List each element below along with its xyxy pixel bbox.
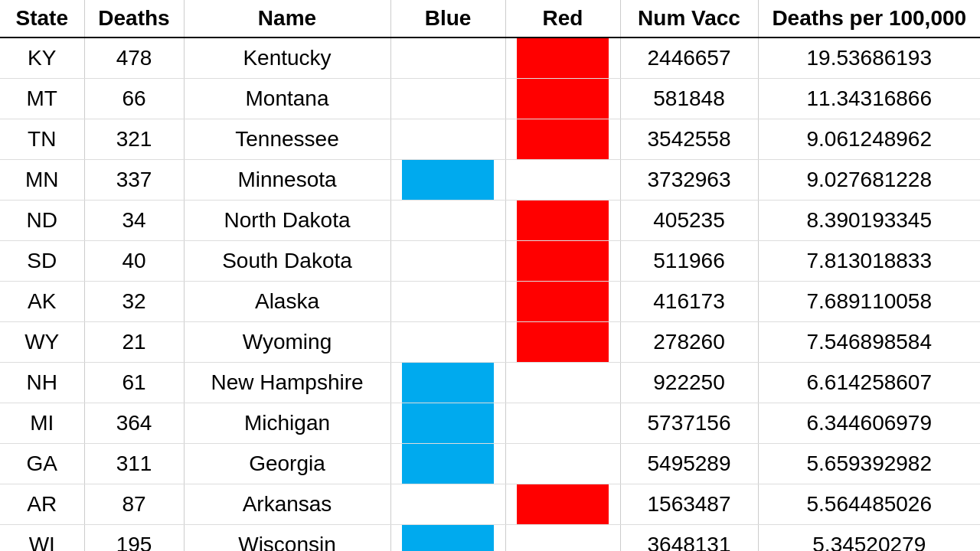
cell-state: WI [0, 525, 84, 552]
cell-numvacc: 416173 [620, 282, 758, 322]
cell-state: MN [0, 160, 84, 201]
cell-state: KY [0, 37, 84, 79]
cell-numvacc: 1563487 [620, 484, 758, 525]
cell-blue-bar [390, 79, 505, 119]
table-row: AR87Arkansas15634875.564485026 [0, 484, 980, 525]
cell-numvacc: 3732963 [620, 160, 758, 201]
cell-red-bar [505, 79, 620, 119]
cell-state: NH [0, 363, 84, 403]
cell-name: Wisconsin [184, 525, 390, 552]
cell-red-bar [505, 322, 620, 363]
cell-blue-bar [390, 201, 505, 241]
cell-red-bar [505, 403, 620, 444]
cell-numvacc: 278260 [620, 322, 758, 363]
header-name: Name [184, 0, 390, 37]
cell-name: Montana [184, 79, 390, 119]
table-row: MN337Minnesota37329639.027681228 [0, 160, 980, 201]
cell-deathsper: 6.614258607 [758, 363, 980, 403]
cell-name: Georgia [184, 444, 390, 484]
cell-blue-bar [390, 282, 505, 322]
cell-deathsper: 6.344606979 [758, 403, 980, 444]
cell-state: AR [0, 484, 84, 525]
cell-deaths: 87 [84, 484, 184, 525]
cell-deathsper: 7.689110058 [758, 282, 980, 322]
cell-deathsper: 9.061248962 [758, 119, 980, 160]
cell-red-bar [505, 119, 620, 160]
header-state: State [0, 0, 84, 37]
cell-deathsper: 5.659392982 [758, 444, 980, 484]
cell-name: New Hampshire [184, 363, 390, 403]
cell-name: Alaska [184, 282, 390, 322]
cell-numvacc: 2446657 [620, 37, 758, 79]
cell-deaths: 337 [84, 160, 184, 201]
header-red: Red [505, 0, 620, 37]
cell-deaths: 40 [84, 241, 184, 282]
cell-deathsper: 11.34316866 [758, 79, 980, 119]
cell-red-bar [505, 444, 620, 484]
cell-blue-bar [390, 37, 505, 79]
header-numvacc: Num Vacc [620, 0, 758, 37]
cell-name: Tennessee [184, 119, 390, 160]
cell-blue-bar [390, 403, 505, 444]
header-blue: Blue [390, 0, 505, 37]
data-table: State Deaths Name Blue Red Num Vacc Deat… [0, 0, 980, 551]
cell-deaths: 61 [84, 363, 184, 403]
cell-state: ND [0, 201, 84, 241]
cell-deaths: 21 [84, 322, 184, 363]
cell-state: MT [0, 79, 84, 119]
cell-red-bar [505, 201, 620, 241]
cell-numvacc: 3648131 [620, 525, 758, 552]
cell-numvacc: 5737156 [620, 403, 758, 444]
cell-deaths: 321 [84, 119, 184, 160]
cell-red-bar [505, 484, 620, 525]
table-row: MI364Michigan57371566.344606979 [0, 403, 980, 444]
cell-name: Arkansas [184, 484, 390, 525]
cell-red-bar [505, 160, 620, 201]
cell-numvacc: 511966 [620, 241, 758, 282]
table-row: WI195Wisconsin36481315.34520279 [0, 525, 980, 552]
cell-blue-bar [390, 484, 505, 525]
cell-red-bar [505, 37, 620, 79]
cell-state: SD [0, 241, 84, 282]
table-row: NH61New Hampshire9222506.614258607 [0, 363, 980, 403]
cell-deathsper: 7.813018833 [758, 241, 980, 282]
cell-deaths: 478 [84, 37, 184, 79]
cell-blue-bar [390, 525, 505, 552]
cell-blue-bar [390, 160, 505, 201]
cell-blue-bar [390, 322, 505, 363]
cell-state: GA [0, 444, 84, 484]
table-row: WY21Wyoming2782607.546898584 [0, 322, 980, 363]
cell-deaths: 66 [84, 79, 184, 119]
cell-state: MI [0, 403, 84, 444]
cell-name: Wyoming [184, 322, 390, 363]
table-row: SD40South Dakota5119667.813018833 [0, 241, 980, 282]
cell-numvacc: 405235 [620, 201, 758, 241]
cell-deaths: 364 [84, 403, 184, 444]
header-deathsper: Deaths per 100,000 [758, 0, 980, 37]
cell-state: WY [0, 322, 84, 363]
cell-deathsper: 5.34520279 [758, 525, 980, 552]
table-row: GA311Georgia54952895.659392982 [0, 444, 980, 484]
cell-deathsper: 9.027681228 [758, 160, 980, 201]
cell-blue-bar [390, 444, 505, 484]
cell-name: North Dakota [184, 201, 390, 241]
cell-numvacc: 5495289 [620, 444, 758, 484]
cell-deaths: 311 [84, 444, 184, 484]
table-row: ND34North Dakota4052358.390193345 [0, 201, 980, 241]
table-row: TN321Tennessee35425589.061248962 [0, 119, 980, 160]
cell-name: Michigan [184, 403, 390, 444]
cell-name: Kentucky [184, 37, 390, 79]
cell-deaths: 195 [84, 525, 184, 552]
header-deaths: Deaths [84, 0, 184, 37]
cell-numvacc: 3542558 [620, 119, 758, 160]
cell-deaths: 34 [84, 201, 184, 241]
table-row: AK32Alaska4161737.689110058 [0, 282, 980, 322]
table-row: MT66Montana58184811.34316866 [0, 79, 980, 119]
cell-state: TN [0, 119, 84, 160]
cell-numvacc: 581848 [620, 79, 758, 119]
cell-deathsper: 5.564485026 [758, 484, 980, 525]
cell-deathsper: 7.546898584 [758, 322, 980, 363]
cell-blue-bar [390, 363, 505, 403]
cell-red-bar [505, 282, 620, 322]
table-row: KY478Kentucky244665719.53686193 [0, 37, 980, 79]
